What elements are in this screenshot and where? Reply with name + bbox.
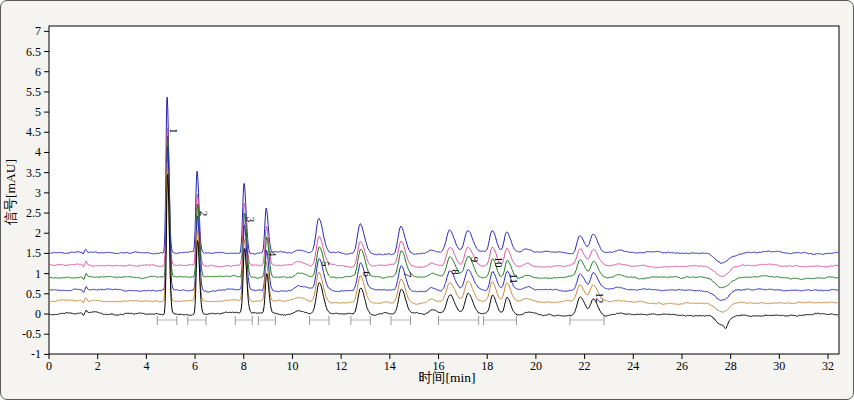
x-tick-label: 20: [530, 359, 542, 373]
chromatogram-plot: 02468101214161820222426283032-1-0.500.51…: [1, 1, 853, 399]
x-tick-label: 24: [627, 359, 639, 373]
peak-number-label: 12: [594, 292, 606, 303]
x-tick-label: 4: [143, 359, 149, 373]
y-tick-label: 6: [35, 65, 41, 79]
y-tick-label: 4.5: [26, 125, 41, 139]
y-tick-label: 4: [35, 145, 41, 159]
x-axis-title: 时间[min]: [419, 370, 476, 385]
x-tick-label: 22: [579, 359, 591, 373]
x-tick-label: 2: [95, 359, 101, 373]
x-tick-label: 18: [481, 359, 493, 373]
y-tick-label: -1: [31, 347, 41, 361]
y-tick-label: 5.5: [26, 85, 41, 99]
chromatogram-window: 02468101214161820222426283032-1-0.500.51…: [0, 0, 854, 400]
peak-number-label: 9: [469, 257, 481, 263]
x-tick-label: 30: [773, 359, 785, 373]
y-tick-label: 7: [35, 24, 41, 38]
x-tick-label: 0: [46, 359, 52, 373]
y-tick-label: 0: [35, 307, 41, 321]
x-tick-label: 28: [725, 359, 737, 373]
y-tick-label: 5: [35, 105, 41, 119]
peak-number-label: 11: [508, 273, 520, 284]
peak-number-label: 3: [245, 217, 257, 223]
peak-number-label: 5: [320, 261, 332, 267]
y-tick-label: -0.5: [22, 327, 41, 341]
peak-number-label: 1: [168, 128, 180, 134]
x-tick-label: 8: [241, 359, 247, 373]
y-tick-label: 1: [35, 267, 41, 281]
y-axis-title: 信号[mAU]: [3, 159, 18, 226]
y-tick-label: 3.5: [26, 166, 41, 180]
x-tick-label: 10: [286, 359, 298, 373]
y-tick-label: 6.5: [26, 45, 41, 59]
x-tick-label: 32: [822, 359, 834, 373]
peak-number-label: 8: [450, 269, 462, 275]
y-tick-label: 2: [35, 226, 41, 240]
y-tick-label: 2.5: [26, 206, 41, 220]
y-tick-label: 1.5: [26, 246, 41, 260]
x-tick-label: 6: [192, 359, 198, 373]
peak-number-label: 4: [267, 251, 279, 257]
y-tick-label: 3: [35, 186, 41, 200]
x-tick-label: 14: [384, 359, 396, 373]
peak-number-label: 10: [493, 256, 505, 268]
peak-number-label: 6: [361, 271, 373, 277]
y-tick-label: 0.5: [26, 287, 41, 301]
peak-number-label: 2: [198, 211, 210, 217]
x-tick-label: 12: [335, 359, 347, 373]
x-tick-label: 26: [676, 359, 688, 373]
peak-number-label: 7: [402, 272, 414, 278]
